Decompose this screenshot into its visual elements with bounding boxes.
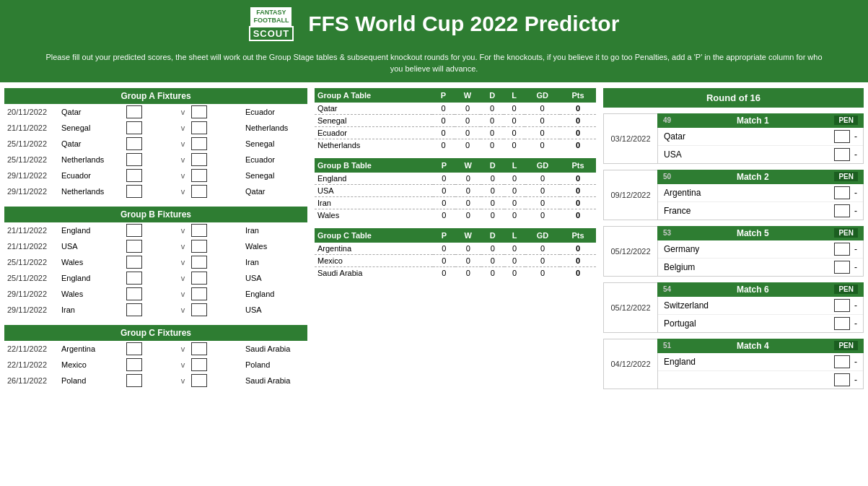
- away-score-input[interactable]: [191, 240, 207, 253]
- score-away-cell[interactable]: [188, 168, 242, 183]
- score-home-cell[interactable]: [123, 104, 177, 120]
- team2-score-input[interactable]: [834, 317, 850, 330]
- team1-score-input[interactable]: [834, 299, 850, 312]
- score-home-cell[interactable]: [123, 254, 177, 270]
- score-away-cell[interactable]: [188, 104, 242, 120]
- away-score-input[interactable]: [191, 121, 207, 134]
- score-home-cell[interactable]: [123, 168, 177, 183]
- away-team: Netherlands: [242, 120, 307, 136]
- score-home-cell[interactable]: [123, 357, 177, 373]
- away-score-input[interactable]: [191, 342, 207, 355]
- group-c-fixtures: Group C Fixtures 22/11/2022 Argentina v …: [4, 325, 307, 389]
- home-score-input[interactable]: [126, 121, 142, 134]
- home-score-input[interactable]: [126, 105, 142, 118]
- away-score-input[interactable]: [191, 358, 207, 371]
- team1-name: Qatar: [664, 131, 834, 142]
- score-away-cell[interactable]: [188, 136, 242, 152]
- away-score-input[interactable]: [191, 105, 207, 118]
- team2-score-input[interactable]: [834, 204, 850, 217]
- score-away-cell[interactable]: [188, 152, 242, 168]
- match-header: 49 Match 1 PEN: [657, 113, 864, 128]
- home-score-input[interactable]: [126, 256, 142, 269]
- away-score-input[interactable]: [191, 374, 207, 387]
- away-score-input[interactable]: [191, 224, 207, 237]
- score-away-cell[interactable]: [188, 238, 242, 254]
- home-score-input[interactable]: [126, 153, 142, 166]
- home-score-input[interactable]: [126, 224, 142, 237]
- score-home-cell[interactable]: [123, 152, 177, 168]
- group-a-table: Group A Table P W D L GD Pts Qatar 0 0 0…: [315, 88, 596, 151]
- score-home-cell[interactable]: [123, 222, 177, 238]
- stat-l: 0: [504, 266, 525, 279]
- home-score-input[interactable]: [126, 272, 142, 285]
- team1-score-input[interactable]: [834, 355, 850, 368]
- score-away-cell[interactable]: [188, 270, 242, 286]
- away-team: USA: [242, 270, 307, 286]
- score-home-cell[interactable]: [123, 136, 177, 152]
- away-score-input[interactable]: [191, 153, 207, 166]
- score-home-cell[interactable]: [123, 238, 177, 254]
- home-team: Poland: [58, 373, 123, 389]
- score-home-cell[interactable]: [123, 341, 177, 357]
- score-away-cell[interactable]: [188, 183, 242, 199]
- score-home-cell[interactable]: [123, 120, 177, 136]
- away-score-input[interactable]: [191, 272, 207, 285]
- match-date: 09/12/2022: [603, 170, 657, 220]
- stat-p: 0: [433, 184, 455, 196]
- col-p: P: [432, 88, 454, 103]
- home-score-input[interactable]: [126, 342, 142, 355]
- match-label: Match 5: [737, 228, 769, 238]
- team1-row: Germany -: [658, 240, 863, 259]
- score-away-cell[interactable]: [188, 357, 242, 373]
- score-home-cell[interactable]: [123, 286, 177, 302]
- fixture-date: 20/11/2022: [4, 104, 58, 120]
- score-away-cell[interactable]: [188, 222, 242, 238]
- team2-score-input[interactable]: [834, 261, 850, 274]
- home-score-input[interactable]: [126, 303, 142, 316]
- home-score-input[interactable]: [126, 287, 142, 300]
- score-home-cell[interactable]: [123, 270, 177, 286]
- away-score-input[interactable]: [191, 185, 207, 198]
- away-score-input[interactable]: [191, 256, 207, 269]
- team1-score-input[interactable]: [834, 243, 850, 256]
- score-away-cell[interactable]: [188, 286, 242, 302]
- home-score-input[interactable]: [126, 169, 142, 182]
- team2-score-input[interactable]: [834, 148, 850, 161]
- score-away-cell[interactable]: [188, 302, 242, 318]
- home-team: Netherlands: [58, 183, 123, 199]
- home-score-input[interactable]: [126, 374, 142, 387]
- stat-w: 0: [455, 103, 481, 115]
- away-score-input[interactable]: [191, 303, 207, 316]
- score-home-cell[interactable]: [123, 183, 177, 199]
- tables-column: Group A Table P W D L GD Pts Qatar 0 0 0…: [307, 88, 596, 396]
- score-away-cell[interactable]: [188, 120, 242, 136]
- away-score-input[interactable]: [191, 287, 207, 300]
- team1-row: Switzerland -: [658, 297, 863, 315]
- table-row: 25/11/2022 Netherlands v Ecuador: [4, 152, 307, 168]
- stat-l: 0: [504, 184, 525, 196]
- score-away-cell[interactable]: [188, 254, 242, 270]
- team1-score-input[interactable]: [834, 186, 850, 199]
- away-score-input[interactable]: [191, 169, 207, 182]
- team2-row: -: [658, 371, 863, 389]
- score-away-cell[interactable]: [188, 341, 242, 357]
- score-home-cell[interactable]: [123, 373, 177, 389]
- team1-name: Argentina: [664, 188, 834, 198]
- home-score-input[interactable]: [126, 185, 142, 198]
- away-score-input[interactable]: [191, 137, 207, 150]
- group-c-fixture-table: 22/11/2022 Argentina v Saudi Arabia 22/1…: [4, 341, 307, 389]
- team1-row: Argentina -: [658, 184, 863, 202]
- team1-score-input[interactable]: [834, 130, 850, 143]
- table-row: Argentina 0 0 0 0 0 0: [315, 243, 596, 255]
- stat-gd: 0: [525, 184, 560, 196]
- stat-d: 0: [481, 184, 504, 196]
- team2-score-input[interactable]: [834, 373, 850, 386]
- score-home-cell[interactable]: [123, 302, 177, 318]
- home-score-input[interactable]: [126, 240, 142, 253]
- dash2: -: [854, 206, 857, 216]
- home-team: Mexico: [58, 357, 123, 373]
- home-score-input[interactable]: [126, 358, 142, 371]
- score-away-cell[interactable]: [188, 373, 242, 389]
- match-seed: 49: [663, 116, 671, 124]
- home-score-input[interactable]: [126, 137, 142, 150]
